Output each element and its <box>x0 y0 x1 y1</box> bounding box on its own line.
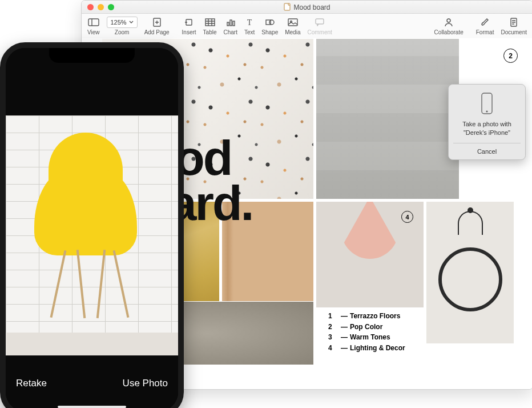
use-photo-button[interactable]: Use Photo <box>123 378 168 389</box>
window-titlebar: Mood board <box>82 1 532 14</box>
svg-text:T: T <box>247 18 252 26</box>
comment-button: Comment <box>307 17 332 35</box>
legend-item: 4—Lighting & Decor <box>328 343 405 354</box>
svg-rect-1 <box>88 19 99 26</box>
image-concrete[interactable] <box>316 38 460 199</box>
window-traffic-lights <box>87 4 114 10</box>
document-icon <box>510 17 518 27</box>
callout-badge-4[interactable]: 4 <box>401 211 413 223</box>
window-close-button[interactable] <box>87 4 94 10</box>
camera-viewfinder <box>6 115 178 355</box>
collaborate-icon <box>444 17 453 27</box>
popover-cancel-button[interactable]: Cancel <box>453 143 521 159</box>
zoom-select[interactable]: 125% <box>107 17 138 28</box>
retake-button[interactable]: Retake <box>16 378 47 389</box>
camera-bottom-bar: Retake Use Photo <box>6 355 178 408</box>
home-indicator[interactable] <box>58 406 126 408</box>
svg-rect-13 <box>227 22 229 26</box>
view-button[interactable]: View <box>87 17 100 35</box>
insert-icon <box>184 17 194 27</box>
collaborate-button[interactable]: Collaborate <box>434 17 464 35</box>
svg-point-28 <box>486 110 487 112</box>
iphone-icon <box>480 93 494 115</box>
legend-item: 2—Pop Color <box>328 322 405 333</box>
zoom-button[interactable]: 125% Zoom <box>107 17 138 35</box>
text-button[interactable]: T Text <box>244 17 255 35</box>
svg-rect-21 <box>316 19 324 24</box>
legend-item: 3—Warm Tones <box>328 332 405 343</box>
svg-rect-14 <box>230 20 232 26</box>
comment-icon <box>315 17 324 27</box>
format-button[interactable]: Format <box>476 17 494 35</box>
text-icon: T <box>245 17 253 27</box>
window-title: Mood board <box>82 3 532 11</box>
media-icon <box>288 17 298 27</box>
svg-rect-19 <box>288 19 297 26</box>
svg-point-18 <box>269 20 274 25</box>
media-button[interactable]: Media <box>285 17 300 35</box>
window-zoom-button[interactable] <box>108 4 114 10</box>
legend-list[interactable]: 1—Terrazzo Floors 2—Pop Color 3—Warm Ton… <box>328 311 405 353</box>
iphone-screen: Retake Use Photo <box>6 48 178 408</box>
svg-rect-0 <box>284 3 290 10</box>
shape-icon <box>265 17 275 27</box>
svg-rect-8 <box>205 19 215 26</box>
insert-button[interactable]: Insert <box>182 17 196 35</box>
iphone-notch <box>49 48 135 63</box>
sidebar-icon <box>88 17 99 27</box>
popover-message: Take a photo with"Derek's iPhone" <box>453 120 521 137</box>
shape-button[interactable]: Shape <box>261 17 278 35</box>
chart-icon <box>226 17 235 27</box>
iphone-device: Retake Use Photo <box>0 42 184 408</box>
toolbar: View 125% Zoom Add Page Insert <box>82 14 532 39</box>
chevron-down-icon <box>129 21 134 24</box>
callout-badge-2[interactable]: 2 <box>503 49 518 63</box>
legend-item: 1—Terrazzo Floors <box>328 311 405 322</box>
svg-rect-15 <box>233 21 235 26</box>
add-page-icon <box>153 17 161 27</box>
document-icon <box>284 3 291 11</box>
table-icon <box>205 17 215 27</box>
image-mirror[interactable] <box>426 201 514 344</box>
chart-button[interactable]: Chart <box>224 17 237 35</box>
paintbrush-icon <box>481 17 490 27</box>
table-button[interactable]: Table <box>203 17 217 35</box>
svg-point-22 <box>447 19 450 22</box>
document-button[interactable]: Document <box>501 17 527 35</box>
add-page-button[interactable]: Add Page <box>144 17 170 35</box>
window-minimize-button[interactable] <box>98 4 104 10</box>
continuity-camera-popover: Take a photo with"Derek's iPhone" Cancel <box>448 84 526 160</box>
